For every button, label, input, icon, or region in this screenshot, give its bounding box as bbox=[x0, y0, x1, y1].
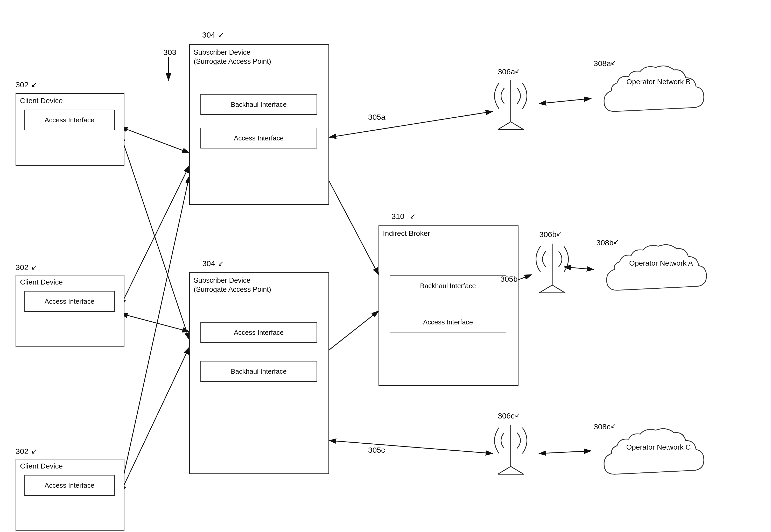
sub2-access-interface: Access Interface bbox=[200, 322, 317, 343]
ref-308b: 308b bbox=[596, 238, 614, 247]
ref-305b: 305b bbox=[500, 275, 518, 283]
svg-line-10 bbox=[329, 311, 378, 350]
ref-302b: 302 bbox=[16, 263, 29, 272]
svg-line-22 bbox=[539, 285, 552, 293]
sub1-access-interface: Access Interface bbox=[200, 128, 317, 148]
svg-line-6 bbox=[120, 314, 189, 332]
tower-306c bbox=[490, 420, 532, 477]
ref-306b: 306b bbox=[539, 230, 557, 239]
cloud-operator-c bbox=[589, 422, 734, 495]
ref-306c: 306c bbox=[498, 412, 515, 420]
client-device-2: Client Device Access Interface bbox=[16, 275, 124, 347]
cloud-operator-b bbox=[589, 60, 734, 132]
subscriber-device-2: Subscriber Device(Surrogate Access Point… bbox=[189, 272, 329, 474]
tower-306a bbox=[490, 75, 532, 132]
client-2-access-interface: Access Interface bbox=[24, 291, 115, 312]
client-device-3: Client Device Access Interface bbox=[16, 459, 124, 531]
svg-line-8 bbox=[120, 347, 189, 492]
svg-line-11 bbox=[329, 111, 493, 137]
svg-line-26 bbox=[498, 466, 511, 474]
broker-backhaul-interface: Backhaul Interface bbox=[390, 275, 506, 296]
svg-line-9 bbox=[329, 181, 378, 275]
svg-line-27 bbox=[511, 466, 524, 474]
operator-c-label: Operator Network C bbox=[596, 443, 721, 451]
sub1-backhaul-interface: Backhaul Interface bbox=[200, 94, 317, 115]
svg-line-14 bbox=[539, 98, 591, 104]
svg-line-5 bbox=[120, 166, 189, 306]
ref-305c: 305c bbox=[368, 446, 385, 455]
ref-310: 310 bbox=[392, 212, 405, 221]
subscriber-device-1: Subscriber Device(Surrogate Access Point… bbox=[189, 44, 329, 205]
svg-line-3 bbox=[120, 127, 189, 153]
operator-b-label: Operator Network B bbox=[596, 78, 721, 86]
svg-line-7 bbox=[120, 176, 189, 490]
ref-302a: 302 bbox=[16, 80, 29, 89]
svg-line-4 bbox=[120, 135, 189, 339]
svg-line-13 bbox=[329, 441, 493, 453]
svg-line-18 bbox=[498, 122, 511, 130]
tower-306b bbox=[532, 238, 573, 295]
ref-305a: 305a bbox=[368, 113, 385, 122]
ref-302c: 302 bbox=[16, 447, 29, 456]
client-1-access-interface: Access Interface bbox=[24, 110, 115, 130]
ref-304b: 304 bbox=[202, 259, 215, 268]
client-device-1: Client Device Access Interface bbox=[16, 93, 124, 166]
operator-a-label: Operator Network A bbox=[599, 259, 723, 267]
diagram: Client Device Access Interface 302 ↙ Cli… bbox=[0, 0, 771, 532]
ref-303: 303 bbox=[163, 48, 176, 57]
ref-304a: 304 bbox=[202, 31, 215, 39]
svg-line-23 bbox=[552, 285, 565, 293]
indirect-broker: Indirect Broker Backhaul Interface Acces… bbox=[378, 225, 519, 386]
sub2-backhaul-interface: Backhaul Interface bbox=[200, 361, 317, 382]
ref-308c: 308c bbox=[594, 422, 611, 431]
svg-line-19 bbox=[511, 122, 524, 130]
ref-308a: 308a bbox=[594, 59, 611, 68]
cloud-operator-a bbox=[591, 238, 736, 311]
svg-line-16 bbox=[539, 451, 591, 453]
client-3-access-interface: Access Interface bbox=[24, 475, 115, 496]
ref-306a: 306a bbox=[498, 67, 515, 76]
broker-access-interface: Access Interface bbox=[390, 312, 506, 332]
